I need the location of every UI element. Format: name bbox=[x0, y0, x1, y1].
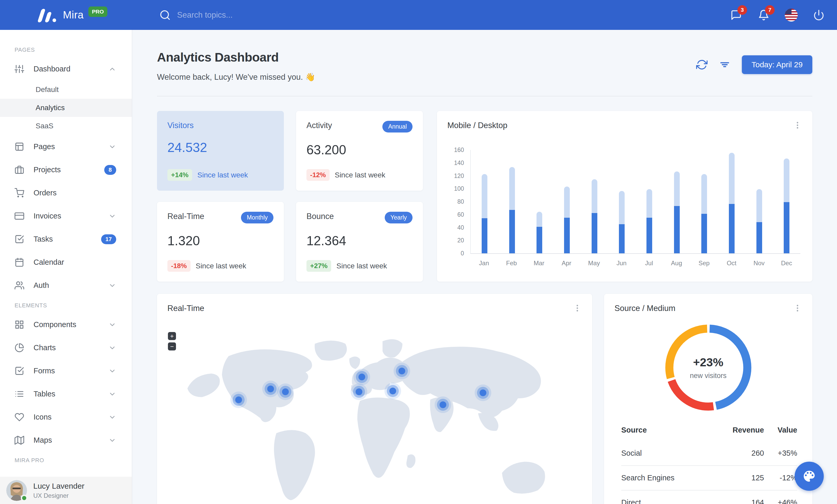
bar-jul[interactable] bbox=[636, 150, 663, 253]
bar-mar[interactable] bbox=[526, 150, 553, 253]
sidebar-item-projects[interactable]: Projects8 bbox=[0, 158, 132, 181]
y-axis-tick: 160 bbox=[454, 147, 464, 153]
map-marker[interactable] bbox=[480, 389, 486, 396]
pie-chart-icon bbox=[15, 343, 24, 353]
sidebar-user[interactable]: Lucy Lavender UX Designer bbox=[0, 477, 132, 504]
sidebar-item-components[interactable]: Components bbox=[0, 313, 132, 336]
map-zoom-in-button[interactable]: + bbox=[168, 332, 176, 340]
map-zoom-out-button[interactable]: − bbox=[168, 342, 176, 351]
sidebar-badge: 17 bbox=[101, 234, 116, 244]
map-marker[interactable] bbox=[358, 374, 365, 380]
sidebar-item-invoices[interactable]: Invoices bbox=[0, 204, 132, 228]
stat-period-badge: Monthly bbox=[241, 212, 273, 223]
sidebar-item-calendar[interactable]: Calendar bbox=[0, 251, 132, 274]
language-button[interactable] bbox=[784, 8, 798, 22]
bar-aug[interactable] bbox=[663, 150, 691, 253]
sidebar-item-label: Charts bbox=[34, 343, 56, 352]
check-square-icon bbox=[15, 366, 24, 376]
sidebar-item-tasks[interactable]: Tasks17 bbox=[0, 228, 132, 251]
briefcase-icon bbox=[15, 165, 24, 174]
stat-delta-badge: -18% bbox=[167, 260, 191, 272]
sliders-icon bbox=[15, 64, 24, 74]
messages-count-badge: 3 bbox=[737, 5, 747, 15]
refresh-button[interactable] bbox=[696, 59, 708, 70]
world-map[interactable]: + − bbox=[162, 326, 587, 504]
sidebar-subitem-default[interactable]: Default bbox=[0, 80, 132, 99]
sidebar-item-charts[interactable]: Charts bbox=[0, 336, 132, 359]
bar-may[interactable] bbox=[581, 150, 608, 253]
sidebar-item-label: Forms bbox=[34, 367, 55, 375]
source-medium-title: Source / Medium bbox=[615, 304, 675, 313]
sidebar-item-auth[interactable]: Auth bbox=[0, 274, 132, 297]
bar-feb[interactable] bbox=[498, 150, 526, 253]
logout-button[interactable] bbox=[812, 8, 825, 22]
source-medium-menu-button[interactable] bbox=[793, 304, 802, 313]
chart-menu-button[interactable] bbox=[793, 121, 802, 130]
top-navbar: Mira PRO 3 7 bbox=[0, 0, 837, 30]
sidebar-item-tables[interactable]: Tables bbox=[0, 382, 132, 406]
filter-button[interactable] bbox=[719, 59, 730, 70]
map-icon bbox=[15, 435, 24, 445]
y-axis-tick: 20 bbox=[457, 237, 464, 244]
sidebar-item-label: Icons bbox=[34, 413, 52, 422]
shopping-cart-icon bbox=[15, 188, 24, 198]
bar-apr[interactable] bbox=[553, 150, 581, 253]
list-icon bbox=[15, 389, 24, 399]
map-marker[interactable] bbox=[282, 388, 289, 395]
main-content: Analytics Dashboard Welcome back, Lucy! … bbox=[132, 30, 837, 504]
bar-nov[interactable] bbox=[746, 150, 773, 253]
chevron-down-icon bbox=[108, 436, 116, 444]
bar-jan[interactable] bbox=[471, 150, 498, 253]
heart-icon bbox=[15, 412, 24, 422]
map-marker[interactable] bbox=[440, 402, 446, 408]
map-marker[interactable] bbox=[267, 386, 274, 392]
sidebar-item-maps[interactable]: Maps bbox=[0, 429, 132, 452]
users-icon bbox=[15, 281, 24, 290]
bar-jun[interactable] bbox=[608, 150, 636, 253]
messages-button[interactable]: 3 bbox=[729, 8, 743, 22]
map-icon bbox=[15, 435, 24, 445]
cell-value: +35% bbox=[764, 441, 797, 466]
sidebar-item-icons[interactable]: Icons bbox=[0, 406, 132, 429]
stat-card-real-time: Real-TimeMonthly1.320-18%Since last week bbox=[157, 202, 284, 282]
list-icon bbox=[15, 389, 24, 399]
y-axis-tick: 0 bbox=[461, 250, 464, 257]
chevron-down-icon bbox=[108, 390, 116, 398]
grid-icon bbox=[15, 320, 24, 330]
sliders-icon bbox=[15, 64, 24, 74]
x-axis-label: Mar bbox=[526, 260, 553, 267]
y-axis-tick: 60 bbox=[457, 211, 464, 218]
chevron-down-icon bbox=[108, 143, 116, 151]
bar-oct[interactable] bbox=[718, 150, 746, 253]
map-marker[interactable] bbox=[398, 368, 405, 374]
date-range-button[interactable]: Today: April 29 bbox=[742, 55, 812, 74]
pro-badge: PRO bbox=[88, 6, 108, 17]
bar-sep[interactable] bbox=[690, 150, 718, 253]
sidebar-item-dashboard[interactable]: Dashboard bbox=[0, 57, 132, 80]
mira-logo-icon bbox=[39, 8, 56, 22]
sidebar-section-label: PAGES bbox=[0, 41, 132, 57]
map-menu-button[interactable] bbox=[573, 304, 582, 313]
table-row: Social260+35% bbox=[621, 441, 797, 466]
sidebar-item-orders[interactable]: Orders bbox=[0, 181, 132, 204]
grid-icon bbox=[15, 320, 24, 330]
theme-settings-fab[interactable] bbox=[795, 462, 824, 491]
map-marker[interactable] bbox=[389, 388, 396, 394]
layout-icon bbox=[15, 142, 24, 151]
sidebar-subitem-saas[interactable]: SaaS bbox=[0, 117, 132, 135]
check-square-icon bbox=[15, 366, 24, 376]
sidebar-item-forms[interactable]: Forms bbox=[0, 359, 132, 382]
notifications-button[interactable]: 7 bbox=[757, 8, 770, 22]
x-axis-label: Sep bbox=[690, 260, 718, 267]
layout-icon bbox=[15, 142, 24, 151]
sidebar-subitem-analytics[interactable]: Analytics bbox=[0, 99, 132, 117]
sidebar-item-label: Maps bbox=[34, 436, 52, 445]
sidebar-item-pages[interactable]: Pages bbox=[0, 135, 132, 158]
calendar-icon bbox=[15, 258, 24, 267]
bar-dec[interactable] bbox=[773, 150, 800, 253]
map-marker[interactable] bbox=[356, 388, 362, 395]
search-input[interactable] bbox=[177, 11, 312, 20]
chevron-down-icon bbox=[108, 212, 116, 220]
map-marker[interactable] bbox=[235, 396, 242, 403]
stat-title: Activity bbox=[306, 121, 332, 130]
